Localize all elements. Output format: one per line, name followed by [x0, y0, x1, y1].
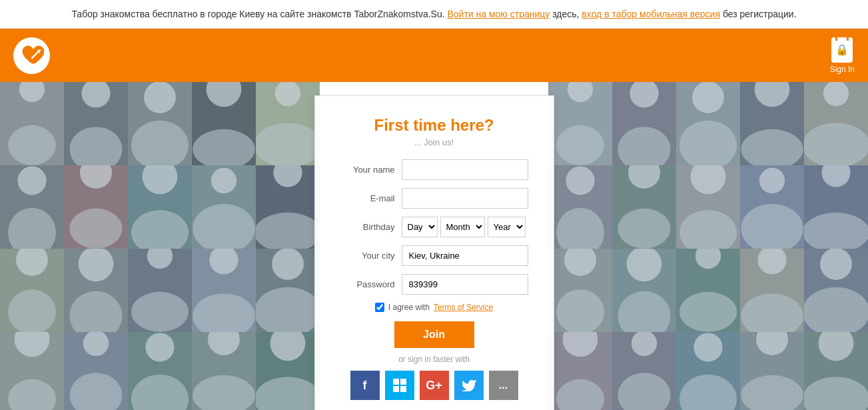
list-item	[612, 249, 676, 332]
svg-point-9	[193, 129, 254, 165]
svg-point-11	[256, 123, 320, 165]
svg-point-47	[556, 125, 604, 165]
list-item	[128, 332, 192, 410]
svg-point-36	[145, 333, 174, 361]
list-item	[128, 82, 192, 165]
password-row: Password	[342, 274, 527, 295]
list-item	[676, 165, 740, 249]
svg-point-55	[804, 123, 868, 165]
city-input[interactable]	[402, 245, 528, 266]
join-button[interactable]: Join	[394, 321, 474, 348]
svg-point-76	[563, 332, 598, 357]
terms-link[interactable]: Terms of Service	[434, 303, 493, 312]
svg-point-73	[741, 293, 803, 332]
terms-row: I agree with Terms of Service	[342, 303, 527, 312]
svg-point-32	[15, 332, 50, 357]
svg-point-62	[759, 167, 785, 193]
form-subtitle: ... Join us!	[342, 137, 527, 147]
svg-point-4	[81, 82, 110, 107]
svg-point-22	[16, 249, 48, 275]
svg-rect-45	[400, 386, 406, 392]
email-row: E-mail	[342, 188, 527, 209]
more-social-button[interactable]: ...	[489, 371, 518, 400]
month-select[interactable]: Month	[440, 217, 485, 237]
svg-point-8	[207, 82, 242, 107]
photo-grid-left	[0, 82, 320, 410]
svg-point-48	[630, 82, 658, 107]
svg-point-7	[131, 120, 189, 165]
list-item	[192, 165, 256, 249]
list-item	[256, 249, 320, 332]
list-item	[740, 249, 804, 332]
city-row: Your city	[342, 245, 527, 266]
svg-point-61	[679, 210, 737, 249]
password-input[interactable]	[402, 274, 528, 295]
svg-point-34	[83, 332, 109, 355]
svg-point-19	[193, 203, 254, 249]
svg-point-28	[209, 249, 238, 274]
svg-point-46	[568, 82, 593, 101]
svg-point-41	[256, 377, 320, 410]
svg-point-66	[564, 249, 596, 275]
signin-area[interactable]: 🔒 Sign In	[830, 37, 855, 74]
svg-point-26	[147, 249, 173, 268]
list-item	[548, 249, 612, 332]
list-item	[548, 165, 612, 249]
list-item	[128, 165, 192, 249]
day-select[interactable]: Day	[402, 217, 438, 237]
svg-point-82	[756, 332, 788, 355]
list-item	[0, 332, 64, 410]
signin-label: Sign In	[830, 65, 855, 74]
svg-point-35	[69, 373, 122, 410]
svg-point-58	[628, 165, 660, 188]
list-item	[128, 249, 192, 332]
banner-link1[interactable]: Войти на мою страницу	[447, 9, 550, 19]
svg-point-38	[208, 332, 240, 355]
svg-point-79	[618, 373, 670, 410]
list-item	[64, 332, 128, 410]
list-item	[0, 249, 64, 332]
svg-point-85	[804, 377, 868, 410]
svg-point-50	[692, 82, 724, 113]
svg-point-71	[679, 292, 737, 332]
svg-point-75	[804, 287, 868, 332]
windows-button[interactable]	[385, 371, 414, 400]
svg-point-13	[8, 207, 56, 249]
svg-point-56	[566, 166, 594, 195]
svg-point-70	[695, 249, 721, 268]
logo[interactable]	[13, 37, 50, 74]
svg-point-59	[618, 209, 670, 249]
svg-rect-42	[393, 379, 399, 385]
email-input[interactable]	[402, 188, 528, 209]
svg-point-72	[757, 249, 786, 274]
svg-point-49	[618, 127, 670, 165]
facebook-button[interactable]: f	[350, 371, 380, 400]
svg-point-10	[275, 82, 300, 105]
svg-point-12	[17, 166, 46, 195]
name-input[interactable]	[402, 159, 528, 180]
svg-point-27	[131, 292, 189, 332]
list-item	[548, 82, 612, 165]
list-item	[256, 332, 320, 410]
svg-point-15	[69, 209, 122, 249]
list-item	[64, 82, 128, 165]
svg-point-53	[741, 129, 803, 165]
list-item	[740, 165, 804, 249]
list-item	[612, 165, 676, 249]
year-select[interactable]: Year	[488, 217, 526, 237]
svg-point-30	[272, 249, 304, 279]
svg-point-52	[755, 82, 790, 107]
svg-point-80	[693, 333, 722, 361]
list-item	[256, 165, 320, 249]
googleplus-button[interactable]: G+	[420, 371, 449, 400]
banner-link2[interactable]: вход в табор мобильная версия	[582, 9, 720, 19]
svg-point-57	[556, 207, 604, 249]
svg-point-16	[143, 165, 178, 194]
list-item	[612, 82, 676, 165]
twitter-button[interactable]	[454, 371, 484, 400]
svg-point-6	[144, 82, 176, 113]
photo-grid-right	[548, 82, 868, 410]
list-item	[192, 249, 256, 332]
terms-checkbox[interactable]	[375, 303, 384, 312]
birthday-row: Birthday Day Month Year	[342, 217, 527, 237]
